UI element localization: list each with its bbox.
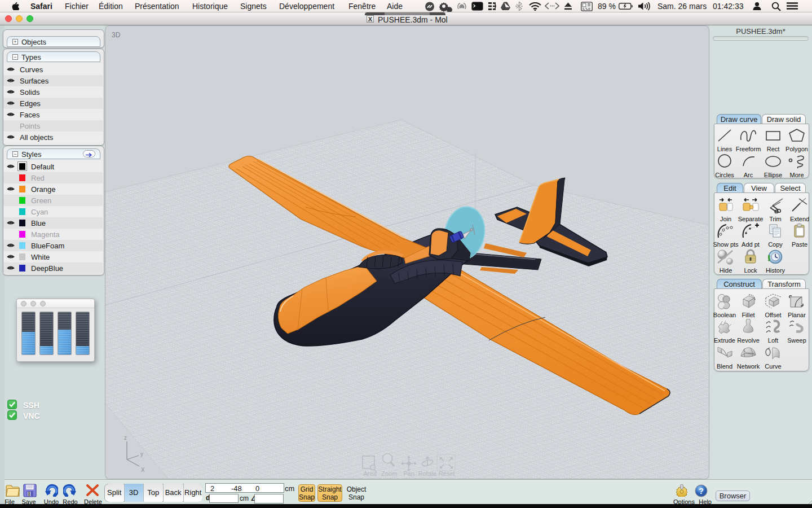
svg-text:Area: Area — [363, 470, 377, 477]
svg-text:3D: 3D — [112, 31, 121, 39]
svg-text:Reset: Reset — [439, 470, 455, 477]
svg-text:Pan: Pan — [403, 470, 414, 477]
svg-text:X: X — [141, 467, 145, 473]
svg-text:Zoom: Zoom — [381, 470, 397, 477]
svg-text:?: ? — [699, 487, 704, 496]
svg-text:Rotate: Rotate — [418, 470, 436, 477]
svg-text:y: y — [140, 451, 143, 457]
svg-text:z: z — [124, 435, 127, 441]
